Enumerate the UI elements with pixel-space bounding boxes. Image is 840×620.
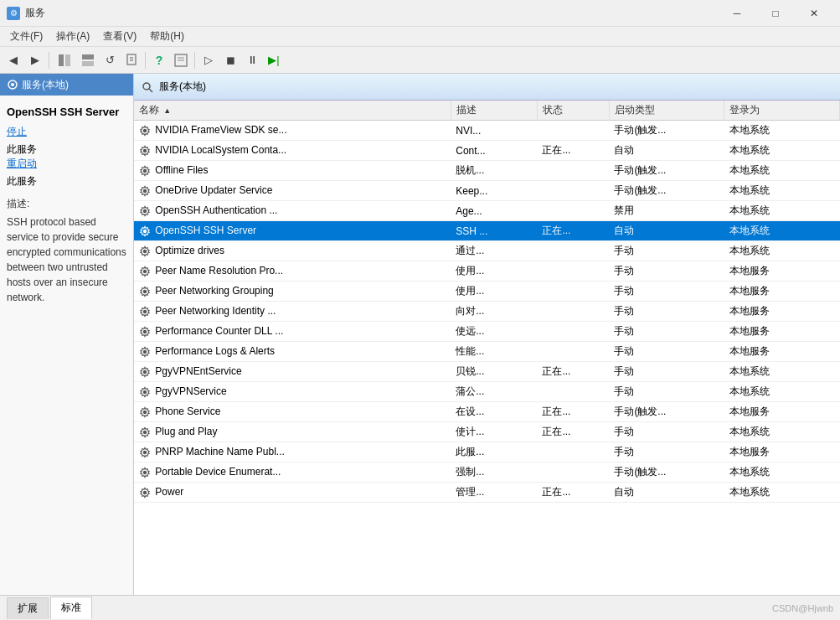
tb-refresh[interactable]: ↺ xyxy=(100,50,120,70)
service-status-cell xyxy=(537,462,609,483)
service-startup-cell: 手动(触发... xyxy=(609,462,724,483)
tab-standard[interactable]: 标准 xyxy=(50,597,92,619)
restart-service-container: 重启动此服务 xyxy=(7,157,126,189)
col-header-login[interactable]: 登录为 xyxy=(724,101,840,121)
service-status-cell: 正在... xyxy=(537,141,609,161)
service-status-cell xyxy=(537,382,609,402)
table-row[interactable]: Power 管理... 正在... 自动 本地系统 xyxy=(134,483,840,503)
tab-expand[interactable]: 扩展 xyxy=(7,597,49,619)
maximize-button[interactable]: □ xyxy=(756,0,795,27)
gear-icon xyxy=(139,266,151,277)
close-button[interactable]: ✕ xyxy=(795,0,833,27)
table-row[interactable]: PNRP Machine Name Publ... 此服... 手动 本地服务 xyxy=(134,442,840,462)
right-panel: 服务(本地) 名称 ▲ 描述 状态 启动类型 登录为 xyxy=(134,74,840,595)
table-row[interactable]: NVIDIA LocalSystem Conta... Cont... 正在..… xyxy=(134,141,840,161)
tb-pause[interactable]: ⏸ xyxy=(242,50,262,70)
service-desc-cell: Cont... xyxy=(451,141,537,161)
minimize-button[interactable]: ─ xyxy=(718,0,756,27)
service-login-cell: 本地服务 xyxy=(724,282,840,302)
col-header-desc[interactable]: 描述 xyxy=(451,101,537,121)
restart-service-link[interactable]: 重启动 xyxy=(7,157,126,171)
gear-icon xyxy=(139,406,151,418)
col-header-startup[interactable]: 启动类型 xyxy=(609,101,724,121)
service-name-cell: PgyVPNEntService xyxy=(134,362,451,382)
tb-help[interactable]: ? xyxy=(149,50,169,70)
menu-help[interactable]: 帮助(H) xyxy=(143,28,191,45)
service-login-cell: 本地服务 xyxy=(724,261,840,282)
service-status-cell: 正在... xyxy=(537,221,609,241)
service-startup-cell: 手动 xyxy=(609,282,724,302)
service-startup-cell: 手动(触发... xyxy=(609,181,724,201)
title-controls: ─ □ ✕ xyxy=(718,0,833,27)
service-desc-cell: Age... xyxy=(451,201,537,221)
service-login-cell: 本地系统 xyxy=(724,121,840,141)
service-startup-cell: 手动 xyxy=(609,362,724,382)
service-desc-cell: 使用... xyxy=(451,282,537,302)
service-login-cell: 本地系统 xyxy=(724,422,840,442)
gear-icon xyxy=(139,185,151,197)
table-row[interactable]: PgyVPNService 蒲公... 手动 本地系统 xyxy=(134,382,840,402)
svg-point-32 xyxy=(143,491,147,494)
col-header-name[interactable]: 名称 ▲ xyxy=(134,101,451,121)
table-row[interactable]: Performance Logs & Alerts 性能... 手动 本地服务 xyxy=(134,342,840,362)
service-desc-cell: Keep... xyxy=(451,181,537,201)
svg-point-26 xyxy=(143,370,147,374)
table-row[interactable]: Portable Device Enumerat... 强制... 手动(触发.… xyxy=(134,462,840,483)
tb-toggle-view[interactable] xyxy=(78,50,98,70)
services-table-container[interactable]: 名称 ▲ 描述 状态 启动类型 登录为 NVIDIA FrameView SDK… xyxy=(134,101,840,595)
table-row[interactable]: Plug and Play 使计... 正在... 手动 本地系统 xyxy=(134,422,840,442)
service-desc-cell: 向对... xyxy=(451,302,537,322)
gear-icon xyxy=(139,346,151,358)
table-row[interactable]: Peer Name Resolution Pro... 使用... 手动 本地服… xyxy=(134,261,840,282)
svg-point-16 xyxy=(143,169,147,173)
tb-back[interactable]: ◀ xyxy=(3,50,23,70)
svg-point-24 xyxy=(143,330,147,333)
svg-point-22 xyxy=(143,290,147,293)
tb-show-hide-tree[interactable] xyxy=(53,50,76,70)
menu-file[interactable]: 文件(F) xyxy=(3,28,49,45)
table-row[interactable]: OpenSSH SSH Server SSH ... 正在... 自动 本地系统 xyxy=(134,221,840,241)
service-startup-cell: 手动 xyxy=(609,422,724,442)
table-row[interactable]: Peer Networking Identity ... 向对... 手动 本地… xyxy=(134,302,840,322)
service-desc-cell: 蒲公... xyxy=(451,382,537,402)
service-desc-cell: 贝锐... xyxy=(451,362,537,382)
table-row[interactable]: OneDrive Updater Service Keep... 手动(触发..… xyxy=(134,181,840,201)
tb-properties[interactable] xyxy=(171,50,191,70)
gear-icon xyxy=(139,306,151,318)
service-startup-cell: 自动 xyxy=(609,483,724,503)
table-row[interactable]: NVIDIA FrameView SDK se... NVI... 手动(触发.… xyxy=(134,121,840,141)
table-row[interactable]: OpenSSH Authentication ... Age... 禁用 本地系… xyxy=(134,201,840,221)
svg-point-20 xyxy=(143,250,147,253)
tb-separator-1 xyxy=(49,52,49,69)
tb-play[interactable]: ▷ xyxy=(198,50,219,70)
tb-forward[interactable]: ▶ xyxy=(25,50,45,70)
table-row[interactable]: Offline Files 脱机... 手动(触发... 本地系统 xyxy=(134,161,840,181)
menu-action[interactable]: 操作(A) xyxy=(49,28,96,45)
gear-icon xyxy=(139,326,151,338)
table-row[interactable]: Peer Networking Grouping 使用... 手动 本地服务 xyxy=(134,282,840,302)
service-desc-cell: 性能... xyxy=(451,342,537,362)
tb-stop[interactable]: ◼ xyxy=(220,50,240,70)
menu-view[interactable]: 查看(V) xyxy=(96,28,143,45)
properties-icon xyxy=(174,54,188,67)
table-header-row: 名称 ▲ 描述 状态 启动类型 登录为 xyxy=(134,101,840,121)
svg-line-13 xyxy=(149,89,152,92)
table-row[interactable]: Phone Service 在设... 正在... 手动(触发... 本地服务 xyxy=(134,402,840,422)
table-row[interactable]: Optimize drives 通过... 手动 本地系统 xyxy=(134,241,840,261)
service-login-cell: 本地系统 xyxy=(724,483,840,503)
table-row[interactable]: PgyVPNEntService 贝锐... 正在... 手动 本地系统 xyxy=(134,362,840,382)
svg-rect-2 xyxy=(82,54,94,59)
tb-restart[interactable]: ▶| xyxy=(264,50,284,70)
service-startup-cell: 手动 xyxy=(609,442,724,462)
service-login-cell: 本地系统 xyxy=(724,201,840,221)
svg-rect-3 xyxy=(82,61,94,66)
service-name-cell: Optimize drives xyxy=(134,241,451,261)
stop-service-link[interactable]: 停止 xyxy=(7,125,126,139)
col-header-status[interactable]: 状态 xyxy=(537,101,609,121)
service-startup-cell: 手动(触发... xyxy=(609,121,724,141)
tb-export[interactable] xyxy=(121,50,142,70)
service-name-cell: Offline Files xyxy=(134,161,451,181)
svg-rect-0 xyxy=(59,54,64,66)
svg-point-18 xyxy=(143,209,147,213)
table-row[interactable]: Performance Counter DLL ... 使远... 手动 本地服… xyxy=(134,322,840,342)
